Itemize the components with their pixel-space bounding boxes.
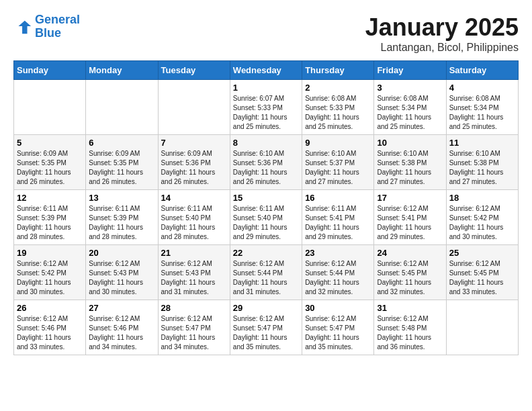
calendar-cell: 18Sunrise: 6:12 AM Sunset: 5:42 PM Dayli… (446, 190, 518, 245)
day-info: Sunrise: 6:09 AM Sunset: 5:35 PM Dayligh… (89, 149, 154, 187)
day-number: 20 (89, 248, 154, 258)
logo-icon (13, 17, 32, 36)
day-number: 18 (449, 193, 515, 203)
day-number: 24 (377, 248, 443, 258)
calendar-cell: 7Sunrise: 6:09 AM Sunset: 5:36 PM Daylig… (158, 135, 230, 190)
calendar-cell: 8Sunrise: 6:10 AM Sunset: 5:36 PM Daylig… (230, 135, 302, 190)
day-info: Sunrise: 6:12 AM Sunset: 5:42 PM Dayligh… (17, 259, 83, 297)
calendar-cell: 13Sunrise: 6:11 AM Sunset: 5:39 PM Dayli… (86, 190, 158, 245)
day-info: Sunrise: 6:10 AM Sunset: 5:36 PM Dayligh… (233, 149, 299, 187)
calendar-cell: 9Sunrise: 6:10 AM Sunset: 5:37 PM Daylig… (302, 135, 374, 190)
day-info: Sunrise: 6:10 AM Sunset: 5:37 PM Dayligh… (305, 149, 371, 187)
day-info: Sunrise: 6:09 AM Sunset: 5:36 PM Dayligh… (161, 149, 227, 187)
day-number: 31 (377, 303, 443, 313)
logo-text: General Blue (35, 13, 80, 40)
day-info: Sunrise: 6:12 AM Sunset: 5:47 PM Dayligh… (161, 314, 227, 352)
day-number: 5 (17, 138, 83, 148)
logo: General Blue (13, 13, 80, 40)
calendar-week-row: 26Sunrise: 6:12 AM Sunset: 5:46 PM Dayli… (14, 300, 519, 355)
day-info: Sunrise: 6:12 AM Sunset: 5:41 PM Dayligh… (377, 204, 443, 242)
day-number: 23 (305, 248, 371, 258)
subtitle: Lantangan, Bicol, Philippines (365, 42, 519, 54)
weekday-header-cell: Sunday (14, 61, 86, 80)
weekday-header-cell: Tuesday (158, 61, 230, 80)
day-info: Sunrise: 6:08 AM Sunset: 5:34 PM Dayligh… (449, 94, 515, 132)
calendar-cell (14, 80, 86, 135)
weekday-header-row: SundayMondayTuesdayWednesdayThursdayFrid… (14, 61, 519, 80)
calendar-cell: 26Sunrise: 6:12 AM Sunset: 5:46 PM Dayli… (14, 300, 86, 355)
month-title: January 2025 (365, 13, 519, 42)
day-info: Sunrise: 6:12 AM Sunset: 5:43 PM Dayligh… (89, 259, 154, 297)
day-number: 14 (161, 193, 227, 203)
day-number: 7 (161, 138, 227, 148)
day-number: 1 (233, 83, 299, 93)
calendar-cell: 20Sunrise: 6:12 AM Sunset: 5:43 PM Dayli… (86, 245, 158, 300)
title-area: January 2025 Lantangan, Bicol, Philippin… (365, 13, 519, 54)
calendar-cell: 27Sunrise: 6:12 AM Sunset: 5:46 PM Dayli… (86, 300, 158, 355)
day-number: 2 (305, 83, 371, 93)
calendar-cell: 22Sunrise: 6:12 AM Sunset: 5:44 PM Dayli… (230, 245, 302, 300)
day-info: Sunrise: 6:12 AM Sunset: 5:46 PM Dayligh… (17, 314, 83, 352)
day-number: 19 (17, 248, 83, 258)
day-number: 16 (305, 193, 371, 203)
day-info: Sunrise: 6:12 AM Sunset: 5:46 PM Dayligh… (89, 314, 154, 352)
day-info: Sunrise: 6:07 AM Sunset: 5:33 PM Dayligh… (233, 94, 299, 132)
calendar-cell: 6Sunrise: 6:09 AM Sunset: 5:35 PM Daylig… (86, 135, 158, 190)
day-info: Sunrise: 6:11 AM Sunset: 5:40 PM Dayligh… (161, 204, 227, 242)
day-info: Sunrise: 6:11 AM Sunset: 5:39 PM Dayligh… (89, 204, 154, 242)
day-number: 17 (377, 193, 443, 203)
calendar-cell: 3Sunrise: 6:08 AM Sunset: 5:34 PM Daylig… (374, 80, 446, 135)
calendar-week-row: 5Sunrise: 6:09 AM Sunset: 5:35 PM Daylig… (14, 135, 519, 190)
day-info: Sunrise: 6:11 AM Sunset: 5:39 PM Dayligh… (17, 204, 83, 242)
calendar-cell: 19Sunrise: 6:12 AM Sunset: 5:42 PM Dayli… (14, 245, 86, 300)
calendar-cell: 1Sunrise: 6:07 AM Sunset: 5:33 PM Daylig… (230, 80, 302, 135)
day-number: 12 (17, 193, 83, 203)
day-number: 27 (89, 303, 154, 313)
day-number: 29 (233, 303, 299, 313)
calendar-cell: 16Sunrise: 6:11 AM Sunset: 5:41 PM Dayli… (302, 190, 374, 245)
calendar-cell (158, 80, 230, 135)
calendar-cell: 29Sunrise: 6:12 AM Sunset: 5:47 PM Dayli… (230, 300, 302, 355)
calendar-cell: 24Sunrise: 6:12 AM Sunset: 5:45 PM Dayli… (374, 245, 446, 300)
calendar-week-row: 12Sunrise: 6:11 AM Sunset: 5:39 PM Dayli… (14, 190, 519, 245)
calendar-cell: 21Sunrise: 6:12 AM Sunset: 5:43 PM Dayli… (158, 245, 230, 300)
calendar-cell (446, 300, 518, 355)
calendar-week-row: 1Sunrise: 6:07 AM Sunset: 5:33 PM Daylig… (14, 80, 519, 135)
weekday-header-cell: Saturday (446, 61, 518, 80)
day-info: Sunrise: 6:12 AM Sunset: 5:45 PM Dayligh… (449, 259, 515, 297)
weekday-header-cell: Friday (374, 61, 446, 80)
calendar-cell: 5Sunrise: 6:09 AM Sunset: 5:35 PM Daylig… (14, 135, 86, 190)
day-info: Sunrise: 6:11 AM Sunset: 5:41 PM Dayligh… (305, 204, 371, 242)
weekday-header-cell: Wednesday (230, 61, 302, 80)
day-info: Sunrise: 6:12 AM Sunset: 5:43 PM Dayligh… (161, 259, 227, 297)
day-info: Sunrise: 6:12 AM Sunset: 5:44 PM Dayligh… (233, 259, 299, 297)
calendar-cell: 25Sunrise: 6:12 AM Sunset: 5:45 PM Dayli… (446, 245, 518, 300)
calendar-cell: 17Sunrise: 6:12 AM Sunset: 5:41 PM Dayli… (374, 190, 446, 245)
day-number: 26 (17, 303, 83, 313)
day-number: 4 (449, 83, 515, 93)
day-info: Sunrise: 6:10 AM Sunset: 5:38 PM Dayligh… (377, 149, 443, 187)
day-number: 25 (449, 248, 515, 258)
calendar-body: 1Sunrise: 6:07 AM Sunset: 5:33 PM Daylig… (14, 80, 519, 355)
svg-marker-0 (18, 20, 31, 34)
day-info: Sunrise: 6:09 AM Sunset: 5:35 PM Dayligh… (17, 149, 83, 187)
day-number: 15 (233, 193, 299, 203)
day-number: 21 (161, 248, 227, 258)
calendar-cell (86, 80, 158, 135)
day-info: Sunrise: 6:08 AM Sunset: 5:33 PM Dayligh… (305, 94, 371, 132)
calendar-cell: 2Sunrise: 6:08 AM Sunset: 5:33 PM Daylig… (302, 80, 374, 135)
day-info: Sunrise: 6:12 AM Sunset: 5:42 PM Dayligh… (449, 204, 515, 242)
day-info: Sunrise: 6:12 AM Sunset: 5:47 PM Dayligh… (233, 314, 299, 352)
calendar-week-row: 19Sunrise: 6:12 AM Sunset: 5:42 PM Dayli… (14, 245, 519, 300)
calendar-cell: 12Sunrise: 6:11 AM Sunset: 5:39 PM Dayli… (14, 190, 86, 245)
day-info: Sunrise: 6:12 AM Sunset: 5:48 PM Dayligh… (377, 314, 443, 352)
day-number: 22 (233, 248, 299, 258)
day-number: 30 (305, 303, 371, 313)
day-info: Sunrise: 6:12 AM Sunset: 5:45 PM Dayligh… (377, 259, 443, 297)
calendar-cell: 10Sunrise: 6:10 AM Sunset: 5:38 PM Dayli… (374, 135, 446, 190)
weekday-header-cell: Monday (86, 61, 158, 80)
calendar-cell: 30Sunrise: 6:12 AM Sunset: 5:47 PM Dayli… (302, 300, 374, 355)
day-number: 8 (233, 138, 299, 148)
day-info: Sunrise: 6:08 AM Sunset: 5:34 PM Dayligh… (377, 94, 443, 132)
day-info: Sunrise: 6:12 AM Sunset: 5:47 PM Dayligh… (305, 314, 371, 352)
